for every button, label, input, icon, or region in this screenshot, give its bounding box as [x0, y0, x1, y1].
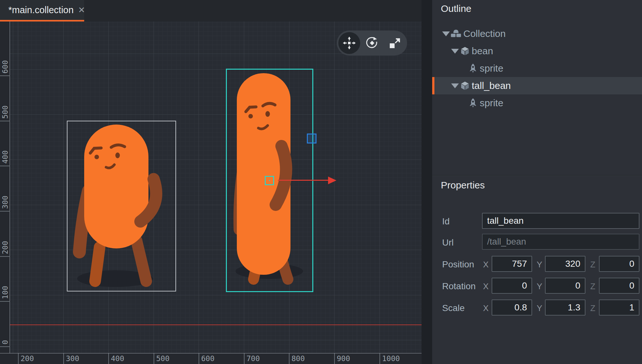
- h-ruler-tick: [334, 353, 335, 364]
- h-ruler-tick: [18, 353, 19, 364]
- v-ruler-label: 0: [1, 340, 9, 344]
- outline-item-collection[interactable]: Collection: [432, 25, 642, 42]
- outline-item-label: bean: [472, 46, 493, 56]
- v-ruler-tick: [0, 211, 10, 212]
- v-ruler-tick: [0, 256, 10, 257]
- scale-x-axis-label: X: [482, 303, 490, 313]
- outline-item-bean[interactable]: bean: [432, 42, 642, 60]
- scene-sprites: [10, 22, 422, 353]
- h-ruler-label: 200: [21, 354, 34, 363]
- rotation-z-field[interactable]: [599, 278, 639, 294]
- panel-section-divider: [432, 175, 642, 176]
- rotation-y-axis-label: Y: [536, 282, 543, 291]
- h-ruler-tick: [379, 353, 380, 364]
- vertical-ruler: 6005004003002001000: [0, 22, 10, 353]
- expand-arrow-icon[interactable]: [451, 83, 459, 88]
- h-ruler-label: 300: [66, 354, 79, 363]
- collection-icon: [450, 29, 461, 39]
- h-ruler-label: 800: [291, 354, 305, 363]
- rotation-z-axis-label: Z: [589, 282, 597, 291]
- tab-main-collection[interactable]: *main.collection ✕: [0, 0, 84, 20]
- bean-sprite[interactable]: [77, 125, 156, 287]
- defold-editor-window: *main.collection ✕: [0, 0, 642, 364]
- move-tool-button[interactable]: [338, 32, 360, 54]
- horizontal-ruler: 2003004005006007008009001000: [0, 353, 422, 364]
- rotate-icon: [365, 36, 379, 50]
- position-x-field[interactable]: [492, 256, 532, 272]
- expand-arrow-icon[interactable]: [442, 31, 450, 36]
- h-ruler-label: 400: [111, 354, 124, 363]
- v-ruler-label: 200: [1, 241, 9, 254]
- properties-panel-title: Properties: [441, 180, 485, 191]
- v-ruler-tick: [0, 301, 10, 302]
- id-field[interactable]: [482, 213, 639, 229]
- h-ruler-label: 1000: [382, 354, 400, 363]
- position-x-axis-label: X: [482, 260, 490, 270]
- scale-tool-button[interactable]: [384, 32, 406, 54]
- position-z-field[interactable]: [599, 256, 639, 272]
- rotation-label: Rotation: [442, 281, 476, 291]
- h-ruler-tick: [108, 353, 109, 364]
- tab-bar: *main.collection ✕: [0, 0, 422, 22]
- rotation-x-axis-label: X: [482, 282, 490, 291]
- outline-item-tall-bean[interactable]: tall_bean: [432, 77, 642, 94]
- move-icon: [342, 36, 356, 50]
- manipulator-x-axis-arrow[interactable]: [278, 180, 328, 181]
- expand-arrow-icon[interactable]: [451, 49, 459, 54]
- h-ruler-tick: [199, 353, 199, 364]
- manipulator-pivot-handle[interactable]: [265, 176, 274, 185]
- manipulator-handle-blue[interactable]: [307, 134, 317, 143]
- panel-splitter[interactable]: [422, 0, 432, 364]
- v-ruler-label: 600: [1, 60, 9, 74]
- position-y-axis-label: Y: [536, 260, 543, 270]
- v-ruler-tick: [0, 121, 10, 121]
- h-ruler-label: 700: [246, 354, 260, 363]
- v-ruler-label: 500: [1, 105, 9, 119]
- outline-panel-title: Outline: [441, 3, 471, 14]
- transform-toolbar: [337, 30, 407, 56]
- rotate-tool-button[interactable]: [361, 32, 383, 54]
- h-ruler-tick: [63, 353, 64, 364]
- v-ruler-tick: [0, 166, 10, 166]
- h-ruler-tick: [244, 353, 245, 364]
- rotation-x-field[interactable]: [492, 278, 532, 294]
- id-label: Id: [442, 216, 450, 227]
- scale-z-axis-label: Z: [589, 303, 597, 313]
- right-panel: Outline Collection bean: [432, 0, 642, 364]
- url-field[interactable]: [482, 234, 639, 250]
- position-label: Position: [442, 259, 474, 270]
- scale-y-field[interactable]: [545, 299, 585, 316]
- v-ruler-label: 100: [1, 286, 9, 299]
- h-ruler-tick: [289, 353, 290, 364]
- v-ruler-tick: [0, 75, 10, 76]
- h-ruler-label: 900: [337, 354, 350, 363]
- position-y-field[interactable]: [545, 256, 585, 272]
- sprite-rocket-icon: [468, 98, 477, 108]
- outline-item-label: sprite: [480, 98, 503, 108]
- scale-x-field[interactable]: [492, 299, 532, 316]
- scale-z-field[interactable]: [599, 299, 639, 316]
- rotation-y-field[interactable]: [545, 278, 585, 294]
- tab-close-icon[interactable]: ✕: [78, 5, 85, 15]
- v-ruler-tick: [0, 346, 10, 347]
- game-object-icon: [460, 81, 470, 91]
- v-ruler-label: 400: [1, 150, 9, 164]
- scale-label: Scale: [442, 303, 465, 313]
- sprite-rocket-icon: [468, 63, 477, 74]
- manipulator-x-axis-arrowhead: [328, 177, 336, 184]
- h-ruler-label: 500: [156, 354, 170, 363]
- v-ruler-label: 300: [1, 195, 9, 209]
- game-object-icon: [460, 46, 470, 56]
- h-ruler-label: 600: [201, 354, 215, 363]
- position-z-axis-label: Z: [589, 260, 597, 270]
- outline-item-sprite[interactable]: sprite: [432, 60, 642, 77]
- scene-canvas[interactable]: 6005004003002001000 20030040050060070080…: [0, 22, 422, 364]
- outline-item-label: Collection: [463, 28, 506, 39]
- scale-icon: [388, 36, 402, 50]
- outline-item-label: sprite: [480, 63, 503, 74]
- url-label: Url: [442, 238, 454, 248]
- h-ruler-tick: [154, 353, 154, 364]
- outline-item-sprite-2[interactable]: sprite: [432, 94, 642, 112]
- scale-y-axis-label: Y: [536, 303, 543, 313]
- tab-title: *main.collection: [8, 5, 74, 15]
